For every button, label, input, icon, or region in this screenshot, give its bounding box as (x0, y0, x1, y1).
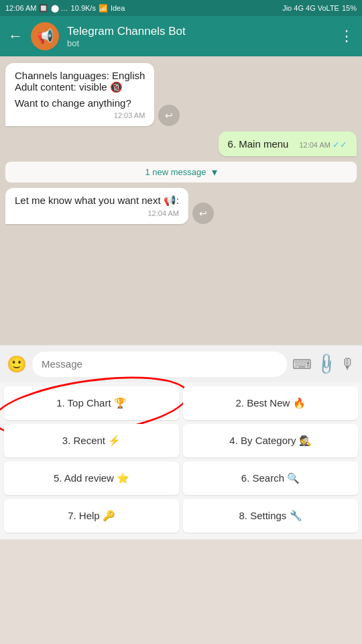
msg-time-1: 12:03 AM (15, 111, 145, 119)
msg-time-2: 12:04 AM (15, 209, 179, 217)
status-icons: 🔲 ⬤ … (39, 4, 68, 13)
quick-button-7[interactable]: 7. Help 🔑 (4, 499, 179, 533)
chat-title: Telegram Channels Bot (67, 25, 331, 38)
status-carrier1: Idea (111, 4, 125, 12)
message-input[interactable] (32, 352, 287, 377)
bubble-outgoing-1: 6. Main menu 12:04 AM ✓✓ (219, 131, 357, 156)
attach-button[interactable]: 📎 (314, 352, 339, 376)
chat-subtitle: bot (67, 38, 331, 48)
status-battery: 15% (342, 4, 357, 12)
new-messages-bar[interactable]: 1 new message ▾ (5, 162, 357, 182)
msg-time-outgoing: 12:04 AM ✓✓ (299, 140, 347, 150)
keyboard-icon[interactable]: ⌨ (292, 356, 312, 372)
status-time: 12:06 AM (5, 4, 36, 12)
quick-button-4[interactable]: 4. By Category 🕵️ (183, 424, 358, 458)
msg-text-2: Let me know what you want next 📢: (15, 195, 179, 207)
quick-button-1[interactable]: 1. Top Chart 🏆 (4, 386, 179, 420)
new-messages-text: 1 new message (145, 167, 206, 177)
check-marks: ✓✓ (333, 140, 347, 150)
status-bar: 12:06 AM 🔲 ⬤ … 10.9K/s 📶 Idea Jio 4G 4G … (0, 0, 362, 16)
message-incoming-1: Channels languages: EnglishAdult content… (5, 63, 357, 126)
chat-header: ← 📢 Telegram Channels Bot bot ⋮ (0, 16, 362, 56)
quick-button-5[interactable]: 5. Add review ⭐ (4, 462, 179, 495)
bubble-incoming-1: Channels languages: EnglishAdult content… (5, 63, 154, 126)
status-carrier2: Jio 4G 4G VoLTE (282, 4, 339, 12)
status-left: 12:06 AM 🔲 ⬤ … 10.9K/s 📶 Idea (5, 4, 125, 13)
emoji-button[interactable]: 🙂 (7, 355, 27, 374)
quick-button-6[interactable]: 6. Search 🔍 (183, 462, 358, 495)
mic-button[interactable]: 🎙 (341, 356, 355, 373)
message-outgoing-1: 6. Main menu 12:04 AM ✓✓ (5, 131, 357, 156)
msg-text-outgoing: 6. Main menu (228, 138, 289, 150)
chat-area: Channels languages: EnglishAdult content… (0, 56, 362, 345)
msg-text-1: Channels languages: EnglishAdult content… (15, 70, 145, 93)
input-bar: 🙂 ⌨ 📎 🎙 (0, 345, 362, 382)
message-incoming-2: Let me know what you want next 📢: 12:04 … (5, 188, 357, 224)
bubble-incoming-2: Let me know what you want next 📢: 12:04 … (5, 188, 188, 224)
status-speed: 10.9K/s (71, 4, 96, 12)
quick-buttons-grid: 1. Top Chart 🏆 2. Best New 🔥 3. Recent ⚡… (0, 382, 362, 539)
avatar: 📢 (31, 22, 59, 50)
quick-button-8[interactable]: 8. Settings 🔧 (183, 499, 358, 533)
quick-button-2[interactable]: 2. Best New 🔥 (183, 386, 358, 420)
back-button[interactable]: ← (8, 28, 23, 45)
quick-button-3[interactable]: 3. Recent ⚡ (4, 424, 179, 458)
more-options-button[interactable]: ⋮ (339, 28, 354, 45)
status-signal: 📶 (99, 4, 108, 13)
header-info: Telegram Channels Bot bot (67, 25, 331, 48)
reply-button-1[interactable]: ↩ (158, 105, 180, 126)
chevron-down-icon: ▾ (212, 166, 217, 178)
status-right: Jio 4G 4G VoLTE 15% (282, 4, 357, 12)
reply-button-2[interactable]: ↩ (192, 203, 214, 224)
msg-subtext-1: Want to change anything? (15, 97, 145, 109)
